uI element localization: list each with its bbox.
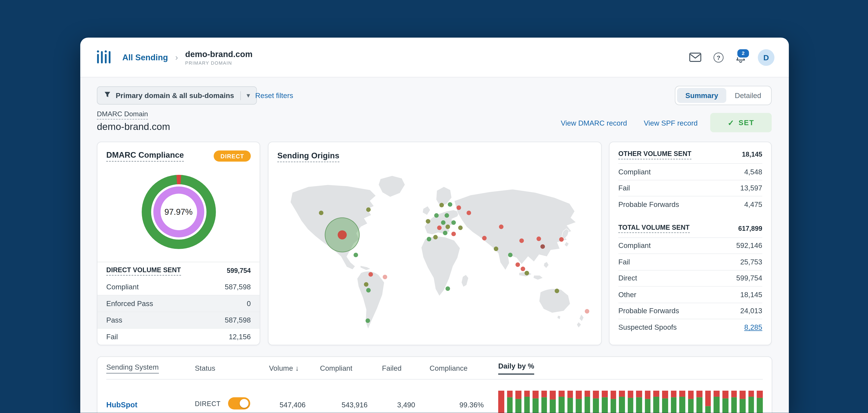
tab-summary[interactable]: Summary bbox=[677, 88, 726, 103]
row-value: 25,753 bbox=[740, 258, 762, 266]
row-value: 0 bbox=[247, 299, 251, 308]
daily-bar bbox=[507, 391, 513, 413]
daily-bar bbox=[705, 391, 711, 413]
row-value: 4,548 bbox=[744, 167, 762, 176]
desktop-background: All Sending › demo-brand.com PRIMARY DOM… bbox=[0, 0, 868, 413]
row-value: 587,598 bbox=[225, 316, 251, 324]
section-value: 18,145 bbox=[742, 151, 762, 158]
dmarc-set-status-button[interactable]: ✓ SET bbox=[710, 113, 772, 132]
col-daily-by-percent[interactable]: Daily by % bbox=[498, 361, 534, 374]
row-label: Enforced Pass bbox=[106, 299, 153, 308]
volume-row: Suspected Spoofs 8,285 bbox=[618, 319, 762, 336]
daily-bar bbox=[498, 391, 504, 413]
app-window: All Sending › demo-brand.com PRIMARY DOM… bbox=[80, 37, 789, 413]
origin-dot bbox=[427, 237, 431, 242]
row-value: 587,598 bbox=[225, 283, 251, 291]
origin-dot bbox=[366, 288, 371, 293]
daily-bar bbox=[541, 391, 547, 413]
domain-filter-dropdown[interactable]: Primary domain & all sub-domains ▾ bbox=[97, 86, 257, 104]
origin-dot bbox=[458, 226, 463, 230]
daily-bar bbox=[696, 391, 703, 413]
compliant-value: 543,916 bbox=[320, 380, 382, 413]
section-title: OTHER VOLUME SENT bbox=[618, 150, 691, 159]
origin-dot bbox=[445, 224, 450, 229]
daily-chart-cell bbox=[498, 380, 763, 413]
col-volume[interactable]: Volume bbox=[269, 364, 293, 372]
col-sending-system[interactable]: Sending System bbox=[106, 363, 159, 373]
daily-bar bbox=[653, 391, 659, 413]
main-content: Primary domain & all sub-domains ▾ Reset… bbox=[80, 77, 789, 413]
mail-icon[interactable] bbox=[689, 53, 701, 62]
col-compliant[interactable]: Compliant bbox=[320, 364, 382, 372]
row-value: 12,156 bbox=[229, 332, 251, 341]
origin-dot bbox=[525, 271, 529, 276]
volume-section-header: OTHER VOLUME SENT 18,145 bbox=[618, 146, 762, 164]
col-compliance[interactable]: Compliance bbox=[430, 364, 498, 372]
row-value: 24,013 bbox=[740, 307, 762, 315]
sending-system-link[interactable]: HubSpot bbox=[106, 380, 195, 413]
origin-dot bbox=[353, 253, 358, 257]
dmarcian-logo-icon[interactable] bbox=[95, 49, 114, 66]
origin-dot bbox=[443, 230, 447, 235]
volume-row: Compliant 4,548 bbox=[618, 164, 762, 180]
notifications-bell-icon[interactable]: 2 bbox=[736, 52, 746, 63]
volume-row: Other 18,145 bbox=[618, 287, 762, 303]
origin-dot bbox=[540, 244, 545, 249]
origin-dot bbox=[559, 237, 564, 242]
map-continents bbox=[290, 176, 584, 329]
status-cell: DIRECT bbox=[195, 380, 269, 413]
view-spf-record-link[interactable]: View SPF record bbox=[644, 119, 698, 127]
origin-dot bbox=[467, 211, 471, 215]
col-status[interactable]: Status bbox=[195, 364, 269, 372]
sort-desc-icon[interactable]: ↓ bbox=[295, 364, 299, 372]
volume-summary-card: OTHER VOLUME SENT 18,145 Compliant 4,548… bbox=[609, 141, 772, 345]
origin-dot bbox=[521, 266, 525, 271]
volume-row: Direct 599,754 bbox=[618, 270, 762, 287]
table-header-row: Sending System Status Volume↓ Compliant … bbox=[106, 357, 763, 380]
col-failed[interactable]: Failed bbox=[382, 364, 429, 372]
tab-detailed[interactable]: Detailed bbox=[726, 88, 770, 103]
daily-bar bbox=[645, 391, 651, 413]
help-icon[interactable]: ? bbox=[713, 52, 723, 62]
origin-dot bbox=[445, 213, 449, 218]
view-dmarc-record-link[interactable]: View DMARC record bbox=[561, 119, 627, 127]
origin-dot bbox=[319, 211, 323, 215]
status-label: DIRECT bbox=[195, 400, 221, 408]
direct-toggle[interactable] bbox=[228, 398, 250, 410]
row-label: Compliant bbox=[618, 167, 651, 176]
breadcrumb-chevron-icon: › bbox=[175, 53, 178, 62]
toggle-knob bbox=[240, 399, 249, 408]
daily-bar bbox=[627, 391, 633, 413]
daily-bar bbox=[722, 391, 728, 413]
volume-section: TOTAL VOLUME SENT 617,899 Compliant 592,… bbox=[618, 219, 762, 336]
sending-systems-table-card: Sending System Status Volume↓ Compliant … bbox=[97, 356, 772, 413]
daily-bar bbox=[757, 391, 763, 413]
row-label: Probable Forwards bbox=[618, 307, 679, 315]
origin-dot bbox=[555, 289, 559, 293]
origin-dot bbox=[433, 235, 438, 240]
user-avatar[interactable]: D bbox=[758, 49, 774, 66]
daily-bar bbox=[748, 391, 754, 413]
table-row: HubSpot DIRECT 547,406 543,916 3,490 99.… bbox=[106, 380, 763, 413]
origin-dot bbox=[426, 219, 430, 224]
row-value: 4,475 bbox=[744, 200, 762, 209]
origins-card-title: Sending Origins bbox=[277, 151, 339, 162]
origin-dot bbox=[369, 272, 373, 277]
world-map[interactable] bbox=[273, 167, 597, 342]
compliance-table: DIRECT VOLUME SENT 599,754 Compliant 587… bbox=[97, 262, 259, 345]
breadcrumb-all-sending[interactable]: All Sending bbox=[122, 53, 168, 62]
compliance-value: 99.36% bbox=[430, 380, 498, 413]
row-value: 18,145 bbox=[740, 290, 762, 299]
set-label: SET bbox=[739, 119, 754, 127]
compliance-row: Pass 587,598 bbox=[97, 312, 259, 328]
row-label: Fail bbox=[618, 184, 630, 192]
suspected-spoofs-link[interactable]: 8,285 bbox=[744, 323, 762, 331]
row-label: Compliant bbox=[618, 242, 651, 250]
reset-filters-link[interactable]: Reset filters bbox=[255, 91, 293, 100]
failed-value: 3,490 bbox=[382, 380, 429, 413]
row-value: 599,754 bbox=[736, 274, 762, 282]
dmarc-compliance-card: DMARC Compliance DIRECT 97.97% DIRECT VO… bbox=[97, 141, 260, 345]
row-label: Compliant bbox=[106, 283, 139, 291]
check-icon: ✓ bbox=[727, 118, 734, 127]
view-mode-segmented-control: Summary Detailed bbox=[675, 86, 772, 105]
